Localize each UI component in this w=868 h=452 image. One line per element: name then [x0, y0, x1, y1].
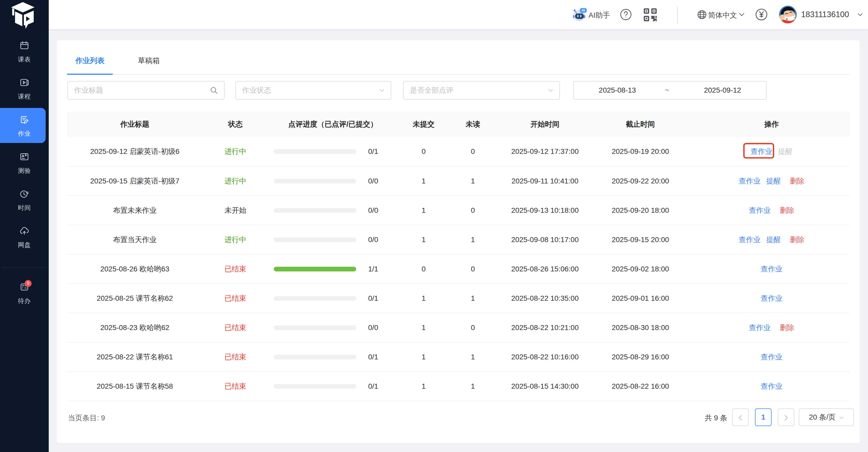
svg-text:AI: AI [582, 8, 585, 12]
